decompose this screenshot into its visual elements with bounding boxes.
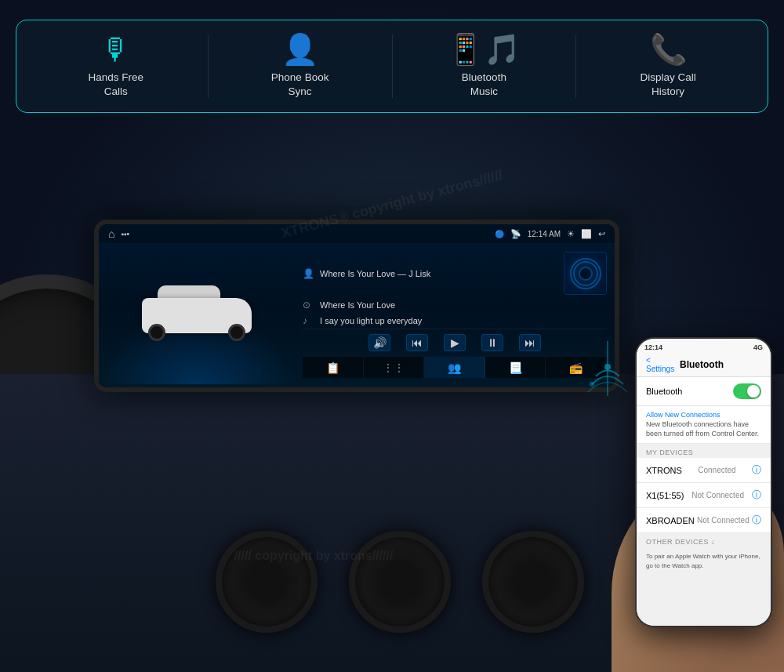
player-area: 👤 Where Is Your Love — J Lisk ⊙ Where Is… (99, 243, 615, 384)
device-x1-name: X1(51:55) (646, 491, 684, 500)
car-wheel-left (148, 324, 165, 341)
device-xtrons-name: XTRONS (646, 466, 682, 475)
nav-playlist-tab[interactable]: 📃 (485, 357, 546, 378)
car-wheel-right (228, 324, 245, 341)
svg-point-0 (604, 364, 611, 370)
nav-phone-tab[interactable]: 📋 (303, 357, 364, 378)
car-visual (99, 243, 295, 384)
track-lyrics-row: ♪ I say you light up everyday (303, 313, 607, 329)
track-album: Where Is Your Love (320, 300, 607, 310)
my-devices-header: MY DEVICES (637, 444, 771, 458)
disc-icon: ⊙ (303, 300, 314, 311)
call-history-icon: 📞 (650, 35, 687, 64)
svg-point-1 (590, 382, 594, 387)
device-xtrons-info-icon[interactable]: ⓘ (752, 463, 761, 477)
head-unit-display: ⌂ ▪▪• 🔵 📡 12:14 AM ☀ ⬜ ↩ (94, 220, 619, 392)
status-bar: ⌂ ▪▪• 🔵 📡 12:14 AM ☀ ⬜ ↩ (99, 224, 615, 243)
back-icon[interactable]: ↩ (598, 229, 605, 239)
phone-signal: 4G (753, 343, 763, 351)
brightness-icon: ☀ (567, 229, 575, 239)
bottom-nav: 📋 ⋮⋮ 👥 📃 📻 (303, 356, 607, 378)
status-time: 12:14 AM (528, 230, 561, 238)
device-xbroaden-row[interactable]: XBROADEN Not Connected ⓘ (637, 508, 771, 533)
next-button[interactable]: ⏭ (519, 334, 541, 351)
feature-bar: 🎙 Hands Free Calls 👤 Phone Book Sync 📱🎵 … (16, 20, 768, 113)
vent-center (349, 531, 451, 633)
smartphone: 12:14 4G < Settings Bluetooth Bluetooth … (635, 337, 772, 627)
bluetooth-status-icon: 🔵 (495, 230, 504, 238)
track-lyrics: I say you light up everyday (320, 316, 607, 325)
phone-time: 12:14 (644, 343, 662, 351)
gps-icon: 📡 (510, 229, 521, 239)
person-icon: 👤 (303, 268, 314, 279)
device-x1-status: Not Connected (691, 491, 744, 499)
phone-content: Bluetooth Allow New Connections New Blue… (637, 377, 771, 626)
play-button[interactable]: ▶ (444, 334, 466, 351)
nav-contacts-tab[interactable]: 👥 (424, 357, 485, 378)
track-info-panel: 👤 Where Is Your Love — J Lisk ⊙ Where Is… (295, 243, 615, 384)
phone-screen: 12:14 4G < Settings Bluetooth Bluetooth … (637, 339, 771, 626)
device-xbroaden-name: XBROADEN (646, 516, 695, 525)
phonebook-icon: 👤 (281, 35, 318, 64)
bluetooth-toggle[interactable] (733, 383, 761, 399)
music-note-icon: ♪ (303, 315, 314, 326)
track-name-row: 👤 Where Is Your Love — J Lisk (303, 249, 607, 297)
bluetooth-wave (584, 337, 631, 400)
microphone-icon: 🎙 (101, 35, 131, 64)
phone-status-bar: 12:14 4G (637, 339, 771, 353)
vent-right (482, 531, 584, 633)
other-devices-header: OTHER DEVICES ↓ (637, 533, 771, 547)
vent-left (216, 531, 318, 633)
pause-button[interactable]: ⏸ (481, 334, 503, 351)
device-xtrons-row[interactable]: XTRONS Connected ⓘ (637, 458, 771, 483)
display-icon: ⬜ (581, 229, 592, 239)
device-xbroaden-status: Not Connected (697, 516, 750, 525)
device-xbroaden-info-icon[interactable]: ⓘ (752, 514, 761, 527)
media-icon: ▪▪• (121, 230, 129, 238)
status-left: ⌂ ▪▪• (108, 227, 129, 240)
allow-link[interactable]: Allow New Connections (646, 411, 761, 419)
prev-button[interactable]: ⏮ (406, 334, 428, 351)
album-rings (570, 258, 601, 289)
car-image (134, 286, 260, 341)
device-x1-row[interactable]: X1(51:55) Not Connected ⓘ (637, 483, 771, 508)
allow-connections-section: Allow New Connections New Bluetooth conn… (637, 406, 771, 444)
feature-call-history: 📞 Display Call History (576, 35, 760, 98)
feature-phone-book: 👤 Phone Book Sync (209, 35, 393, 98)
device-xtrons-status: Connected (698, 466, 735, 474)
music-icon: 📱🎵 (447, 35, 521, 64)
hands-free-label: Hands Free Calls (89, 71, 144, 98)
phone-footer-text: To pair an Apple Watch with your iPhone,… (637, 547, 771, 574)
allow-notice-text: New Bluetooth connections have been turn… (646, 420, 761, 438)
call-history-label: Display Call History (640, 71, 695, 98)
nav-apps-tab[interactable]: ⋮⋮ (364, 357, 425, 378)
track-album-row: ⊙ Where Is Your Love (303, 297, 607, 313)
volume-button[interactable]: 🔊 (368, 334, 390, 351)
status-right: 🔵 📡 12:14 AM ☀ ⬜ ↩ (495, 229, 605, 239)
phone-page-title: Bluetooth (680, 359, 724, 370)
head-unit-screen: ⌂ ▪▪• 🔵 📡 12:14 AM ☀ ⬜ ↩ (99, 224, 615, 387)
phone-nav-header: < Settings Bluetooth (637, 353, 771, 377)
phone-back-button[interactable]: < Settings (646, 356, 680, 373)
feature-hands-free: 🎙 Hands Free Calls (24, 35, 209, 98)
home-icon[interactable]: ⌂ (108, 227, 114, 240)
album-art (564, 252, 607, 295)
track-title: Where Is Your Love — J Lisk (320, 269, 557, 278)
device-x1-info-icon[interactable]: ⓘ (752, 489, 761, 502)
playback-controls: 🔊 ⏮ ▶ ⏸ ⏭ (303, 329, 607, 356)
feature-bluetooth-music: 📱🎵 Bluetooth Music (393, 35, 577, 98)
bluetooth-toggle-row[interactable]: Bluetooth (637, 377, 771, 406)
bluetooth-label: Bluetooth (646, 387, 682, 396)
vents-area (118, 499, 682, 656)
bluetooth-music-label: Bluetooth Music (462, 71, 506, 98)
phone-book-label: Phone Book Sync (271, 71, 329, 98)
